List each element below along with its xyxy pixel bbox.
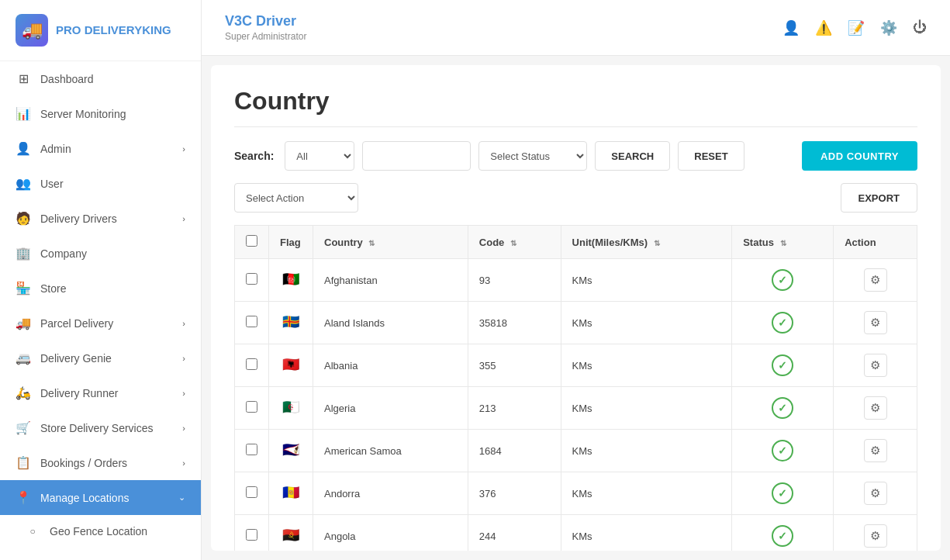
row-checkbox-cell xyxy=(235,387,269,430)
sidebar-item-label: Dashboard xyxy=(40,73,94,85)
status-badge xyxy=(772,482,793,504)
sidebar-item-delivery-genie[interactable]: 🚐 Delivery Genie › xyxy=(0,340,201,375)
row-checkbox-cell xyxy=(235,430,269,472)
row-checkbox[interactable] xyxy=(246,358,257,370)
logo-icon: 🚚 xyxy=(16,14,48,47)
country-unit: KMs xyxy=(561,472,732,515)
row-checkbox[interactable] xyxy=(246,316,257,327)
server-icon: 📊 xyxy=(16,106,31,121)
power-icon[interactable]: ⏻ xyxy=(913,19,927,36)
country-name: Andorra xyxy=(313,472,468,515)
row-checkbox[interactable] xyxy=(246,444,257,455)
table-row: 🇦🇴 Angola 244 KMs ⚙ xyxy=(235,515,917,551)
sidebar-item-company[interactable]: 🏢 Company xyxy=(0,236,201,271)
profile-icon[interactable]: 👤 xyxy=(782,19,800,36)
add-country-button[interactable]: ADD COUNTRY xyxy=(802,141,917,171)
sidebar-item-manage-locations[interactable]: 📍 Manage Locations ⌄ xyxy=(0,480,201,515)
sidebar-item-label: Company xyxy=(40,247,87,260)
sidebar-item-admin[interactable]: 👤 Admin › xyxy=(0,131,201,166)
search-input[interactable] xyxy=(362,141,471,171)
action-bar: Select Action Delete Selected EXPORT xyxy=(234,183,917,213)
row-checkbox-cell xyxy=(235,515,269,551)
sidebar-item-dashboard[interactable]: ⊞ Dashboard xyxy=(0,61,201,96)
sidebar-item-geo-fence[interactable]: ○ Geo Fence Location xyxy=(0,515,201,548)
status-badge xyxy=(772,269,793,291)
action-gear-button[interactable]: ⚙ xyxy=(864,396,887,420)
sidebar-item-server-monitoring[interactable]: 📊 Server Monitoring xyxy=(0,96,201,131)
row-checkbox[interactable] xyxy=(246,486,257,498)
flag-cell: 🇦🇫 xyxy=(269,259,313,302)
action-gear-button[interactable]: ⚙ xyxy=(864,268,887,292)
status-select[interactable]: Select Status Active Inactive xyxy=(478,141,587,171)
country-code: 213 xyxy=(468,387,561,430)
flag-cell: 🇩🇿 xyxy=(269,387,313,430)
search-filter-select[interactable]: All xyxy=(285,141,354,171)
action-gear-button[interactable]: ⚙ xyxy=(864,311,887,334)
sidebar-item-user[interactable]: 👥 User xyxy=(0,166,201,201)
runner-icon: 🛵 xyxy=(16,385,31,400)
sidebar-item-parcel-delivery[interactable]: 🚚 Parcel Delivery › xyxy=(0,306,201,340)
sidebar-item-label: Delivery Runner xyxy=(40,387,118,399)
chevron-icon: › xyxy=(182,144,185,154)
driver-icon: 🧑 xyxy=(16,211,31,226)
unit-header[interactable]: Unit(Miles/KMs) ⇅ xyxy=(561,226,732,259)
action-gear-button[interactable]: ⚙ xyxy=(864,524,887,548)
country-header[interactable]: Country ⇅ xyxy=(313,226,468,259)
search-button[interactable]: SEARCH xyxy=(595,141,670,171)
table-row: 🇦🇫 Afghanistan 93 KMs ⚙ xyxy=(235,259,917,302)
status-badge xyxy=(772,397,793,419)
row-checkbox-cell xyxy=(235,259,269,302)
flag-cell: 🇦🇴 xyxy=(269,515,313,551)
user-icon: 👥 xyxy=(16,176,31,191)
action-cell: ⚙ xyxy=(834,515,917,551)
action-gear-button[interactable]: ⚙ xyxy=(864,439,887,462)
sidebar-item-label: Delivery Drivers xyxy=(40,213,117,225)
chevron-icon: › xyxy=(182,389,185,398)
bookings-icon: 📋 xyxy=(16,455,31,470)
chevron-icon: › xyxy=(182,319,185,328)
main-area: V3C Driver Super Administrator 👤 ⚠️ 📝 ⚙️… xyxy=(202,0,950,560)
flag-cell: 🇦🇩 xyxy=(269,472,313,515)
sidebar-item-delivery-drivers[interactable]: 🧑 Delivery Drivers › xyxy=(0,201,201,236)
row-checkbox-cell xyxy=(235,472,269,515)
location-icon: 📍 xyxy=(16,490,31,505)
action-gear-button[interactable]: ⚙ xyxy=(864,354,887,377)
reset-button[interactable]: RESET xyxy=(678,141,744,171)
sidebar-item-delivery-runner[interactable]: 🛵 Delivery Runner › xyxy=(0,375,201,410)
select-all-checkbox[interactable] xyxy=(246,235,257,247)
country-code: 93 xyxy=(468,259,561,302)
country-flag: 🇦🇫 xyxy=(280,272,302,288)
warning-icon[interactable]: ⚠️ xyxy=(815,19,832,36)
action-header: Action xyxy=(834,226,917,259)
sidebar-item-label: Parcel Delivery xyxy=(40,317,113,330)
status-cell xyxy=(732,515,834,551)
sort-icon: ⇅ xyxy=(368,239,375,247)
flag-cell: 🇦🇽 xyxy=(269,302,313,344)
topbar-actions: 👤 ⚠️ 📝 ⚙️ ⏻ xyxy=(782,19,927,36)
sidebar-item-bookings-orders[interactable]: 📋 Bookings / Orders › xyxy=(0,445,201,480)
code-header[interactable]: Code ⇅ xyxy=(468,226,561,259)
status-header[interactable]: Status ⇅ xyxy=(732,226,834,259)
sort-icon: ⇅ xyxy=(654,239,660,247)
sidebar-item-store-delivery[interactable]: 🛒 Store Delivery Services › xyxy=(0,410,201,445)
chevron-icon: › xyxy=(182,458,185,468)
sidebar: 🚚 PRO DELIVERYKING ⊞ Dashboard 📊 Server … xyxy=(0,0,202,560)
topbar-title: V3C Driver xyxy=(225,13,306,29)
logo-brand: DELIVERYKING xyxy=(85,23,171,36)
table-row: 🇦🇩 Andorra 376 KMs ⚙ xyxy=(235,472,917,515)
action-select[interactable]: Select Action Delete Selected xyxy=(234,183,358,213)
row-checkbox[interactable] xyxy=(246,401,257,413)
country-name: Aland Islands xyxy=(313,302,468,344)
export-button[interactable]: EXPORT xyxy=(841,183,917,213)
table-row: 🇩🇿 Algeria 213 KMs ⚙ xyxy=(235,387,917,430)
country-unit: KMs xyxy=(561,515,732,551)
action-gear-button[interactable]: ⚙ xyxy=(864,482,887,505)
country-flag: 🇦🇸 xyxy=(280,443,302,458)
row-checkbox[interactable] xyxy=(246,273,257,285)
row-checkbox[interactable] xyxy=(246,529,257,541)
country-unit: KMs xyxy=(561,430,732,472)
sidebar-item-store[interactable]: 🏪 Store xyxy=(0,271,201,306)
notifications-icon[interactable]: 📝 xyxy=(848,19,865,36)
settings-icon[interactable]: ⚙️ xyxy=(880,19,897,36)
country-flag: 🇦🇴 xyxy=(280,528,302,544)
